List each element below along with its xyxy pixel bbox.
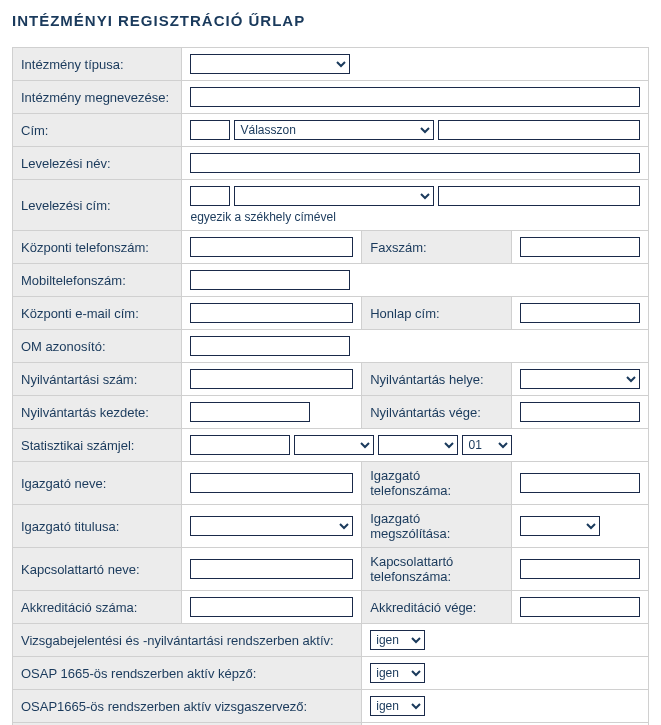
label-phone: Központi telefonszám:: [13, 231, 182, 264]
stat-code-3-select[interactable]: [378, 435, 458, 455]
label-contact-name: Kapcsolattartó neve:: [13, 548, 182, 591]
page-title: INTÉZMÉNYI REGISZTRÁCIÓ ŰRLAP: [12, 12, 649, 29]
inst-type-select[interactable]: [190, 54, 350, 74]
label-accred-number: Akkreditáció száma:: [13, 591, 182, 624]
label-inst-type: Intézmény típusa:: [13, 48, 182, 81]
stat-code-4-select[interactable]: 01: [462, 435, 512, 455]
label-website: Honlap cím:: [362, 297, 512, 330]
label-mail-address: Levelezési cím:: [13, 180, 182, 231]
label-om-id: OM azonosító:: [13, 330, 182, 363]
label-reg-end: Nyilvántartás vége:: [362, 396, 512, 429]
address-rest-input[interactable]: [438, 120, 640, 140]
om-id-input[interactable]: [190, 336, 350, 356]
reg-end-input[interactable]: [520, 402, 640, 422]
email-input[interactable]: [190, 303, 353, 323]
label-director-title: Igazgató titulusa:: [13, 505, 182, 548]
label-mobile: Mobiltelefonszám:: [13, 264, 182, 297]
address-city-select[interactable]: Válasszon: [234, 120, 434, 140]
mail-address-hint: egyezik a székhely címével: [190, 210, 640, 224]
label-reg-start: Nyilvántartás kezdete:: [13, 396, 182, 429]
label-reg-number: Nyilvántartási szám:: [13, 363, 182, 396]
label-contact-phone: Kapcsolattartó telefonszáma:: [362, 548, 512, 591]
mobile-input[interactable]: [190, 270, 350, 290]
label-director-phone: Igazgató telefonszáma:: [362, 462, 512, 505]
label-fax: Faxszám:: [362, 231, 512, 264]
reg-number-input[interactable]: [190, 369, 353, 389]
website-input[interactable]: [520, 303, 640, 323]
label-email: Központi e-mail cím:: [13, 297, 182, 330]
registration-form: Intézmény típusa: Intézmény megnevezése:…: [12, 47, 649, 725]
mail-name-input[interactable]: [190, 153, 640, 173]
fax-input[interactable]: [520, 237, 640, 257]
director-phone-input[interactable]: [520, 473, 640, 493]
label-director-name: Igazgató neve:: [13, 462, 182, 505]
mail-rest-input[interactable]: [438, 186, 640, 206]
accred-end-input[interactable]: [520, 597, 640, 617]
label-osap-examiner: OSAP1665-ös rendszerben aktív vizsgaszer…: [13, 690, 362, 723]
mail-city-select[interactable]: [234, 186, 434, 206]
inst-name-input[interactable]: [190, 87, 640, 107]
director-title-select[interactable]: [190, 516, 353, 536]
osap-trainer-select[interactable]: igen: [370, 663, 425, 683]
label-address: Cím:: [13, 114, 182, 147]
stat-code-2-select[interactable]: [294, 435, 374, 455]
osap-examiner-select[interactable]: igen: [370, 696, 425, 716]
label-stat-code: Statisztikai számjel:: [13, 429, 182, 462]
address-zip-input[interactable]: [190, 120, 230, 140]
accred-number-input[interactable]: [190, 597, 353, 617]
mail-zip-input[interactable]: [190, 186, 230, 206]
reg-place-select[interactable]: [520, 369, 640, 389]
contact-phone-input[interactable]: [520, 559, 640, 579]
contact-name-input[interactable]: [190, 559, 353, 579]
label-mail-name: Levelezési név:: [13, 147, 182, 180]
label-reg-place: Nyilvántartás helye:: [362, 363, 512, 396]
phone-input[interactable]: [190, 237, 353, 257]
director-name-input[interactable]: [190, 473, 353, 493]
label-accred-end: Akkreditáció vége:: [362, 591, 512, 624]
director-salutation-select[interactable]: [520, 516, 600, 536]
label-inst-name: Intézmény megnevezése:: [13, 81, 182, 114]
stat-code-1-input[interactable]: [190, 435, 290, 455]
reg-start-input[interactable]: [190, 402, 310, 422]
label-director-salutation: Igazgató megszólítása:: [362, 505, 512, 548]
label-vb-active: Vizsgabejelentési és -nyilvántartási ren…: [13, 624, 362, 657]
label-osap-trainer: OSAP 1665-ös rendszerben aktív képző:: [13, 657, 362, 690]
vb-active-select[interactable]: igen: [370, 630, 425, 650]
